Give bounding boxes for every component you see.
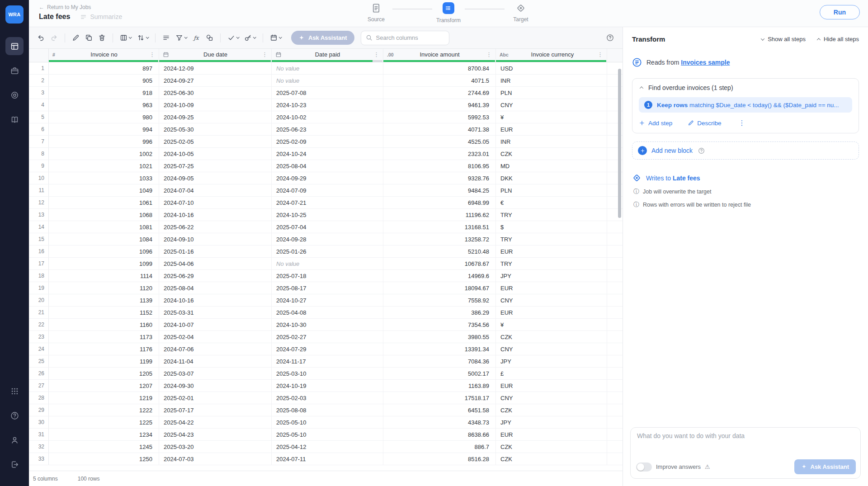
hide-all-steps-button[interactable]: Hide all steps xyxy=(817,36,859,42)
block-menu-button[interactable]: ⋮ xyxy=(737,119,747,127)
cell-invoice-no[interactable]: 1096 xyxy=(49,245,159,257)
cell-date-paid[interactable]: 2025-01-26 xyxy=(272,245,383,257)
cell-due-date[interactable]: 2024-10-09 xyxy=(159,99,272,111)
cell-invoice-no[interactable]: 1207 xyxy=(49,380,159,392)
cell-due-date[interactable]: 2024-10-07 xyxy=(159,319,272,330)
cell-date-paid[interactable]: 2024-10-19 xyxy=(272,380,383,392)
cell-due-date[interactable]: 2024-07-04 xyxy=(159,184,272,196)
check-button[interactable] xyxy=(225,31,242,45)
cell-invoice-no[interactable]: 1205 xyxy=(49,368,159,379)
cell-date-paid[interactable]: 2025-02-09 xyxy=(272,136,383,147)
show-all-steps-button[interactable]: Show all steps xyxy=(761,36,806,42)
block-collapse-header[interactable]: Find overdue invoices (1 step) xyxy=(639,84,852,91)
cell-invoice-no[interactable]: 1002 xyxy=(49,148,159,160)
column-menu-button[interactable]: ⋮ xyxy=(261,51,269,58)
return-to-jobs-link[interactable]: ← Return to My Jobs xyxy=(39,4,91,10)
cell-invoice-amount[interactable]: 13391.34 xyxy=(383,343,496,355)
app-logo[interactable]: WRA xyxy=(5,5,24,24)
cell-date-paid[interactable]: 2025-07-18 xyxy=(272,270,383,282)
cell-invoice-amount[interactable]: 17518.17 xyxy=(383,392,496,404)
cell-invoice-currency[interactable]: € xyxy=(496,197,607,208)
cell-invoice-no[interactable]: 1176 xyxy=(49,343,159,355)
cell-invoice-currency[interactable]: EUR xyxy=(496,282,607,294)
cell-invoice-amount[interactable]: 18094.67 xyxy=(383,282,496,294)
cell-invoice-amount[interactable]: 9484.25 xyxy=(383,184,496,196)
cell-invoice-amount[interactable]: 13258.72 xyxy=(383,233,496,245)
cell-date-paid[interactable]: 2025-04-12 xyxy=(272,441,383,453)
undo-button[interactable] xyxy=(34,31,47,45)
cell-invoice-no[interactable]: 1250 xyxy=(49,453,159,465)
step-1-row[interactable]: 1 Keep rows matching $Due_date < today()… xyxy=(639,97,852,113)
sidebar-item-target[interactable] xyxy=(5,86,24,104)
cell-due-date[interactable]: 2024-09-25 xyxy=(159,111,272,123)
pencil-button[interactable] xyxy=(69,31,82,45)
cell-due-date[interactable]: 2025-06-22 xyxy=(159,221,272,233)
cell-invoice-amount[interactable]: 7558.92 xyxy=(383,294,496,306)
cell-invoice-amount[interactable]: 6451.58 xyxy=(383,404,496,416)
cell-invoice-amount[interactable]: 2323.01 xyxy=(383,148,496,160)
improve-answers-toggle[interactable] xyxy=(636,462,652,472)
cell-invoice-currency[interactable]: CZK xyxy=(496,441,607,453)
cell-due-date[interactable]: 2024-10-16 xyxy=(159,294,272,306)
cell-invoice-currency[interactable]: DKK xyxy=(496,172,607,184)
sidebar-item-logout[interactable] xyxy=(5,455,24,473)
trash-button[interactable] xyxy=(95,31,108,45)
shapes-button[interactable] xyxy=(203,31,216,45)
cell-invoice-no[interactable]: 1139 xyxy=(49,294,159,306)
assistant-input[interactable] xyxy=(637,432,854,453)
cell-due-date[interactable]: 2025-07-25 xyxy=(159,160,272,172)
cell-invoice-currency[interactable]: $ xyxy=(496,221,607,233)
cell-invoice-amount[interactable]: 4348.73 xyxy=(383,416,496,428)
cell-invoice-amount[interactable]: 4071.5 xyxy=(383,75,496,86)
column-header-invoice-amount[interactable]: .00Invoice amount⋮ xyxy=(383,49,496,62)
cell-date-paid[interactable]: 2025-06-23 xyxy=(272,123,383,135)
cell-invoice-no[interactable]: 1033 xyxy=(49,172,159,184)
cell-invoice-amount[interactable]: 5992.53 xyxy=(383,111,496,123)
cell-invoice-no[interactable]: 1222 xyxy=(49,404,159,416)
cell-invoice-amount[interactable]: 13168.51 xyxy=(383,221,496,233)
cell-invoice-no[interactable]: 1084 xyxy=(49,233,159,245)
cell-date-paid[interactable]: 2024-07-11 xyxy=(272,453,383,465)
cell-due-date[interactable]: 2024-07-06 xyxy=(159,343,272,355)
cell-due-date[interactable]: 2025-02-04 xyxy=(159,331,272,343)
cell-date-paid[interactable]: 2024-10-24 xyxy=(272,148,383,160)
cell-due-date[interactable]: 2025-05-30 xyxy=(159,123,272,135)
cell-date-paid[interactable]: 2024-07-21 xyxy=(272,197,383,208)
cell-invoice-currency[interactable]: USD xyxy=(496,62,607,74)
column-header-invoice-currency[interactable]: AbcInvoice currency⋮ xyxy=(496,49,607,62)
summarize-button[interactable]: Summarize xyxy=(80,13,122,20)
cell-invoice-no[interactable]: 963 xyxy=(49,99,159,111)
sidebar-item-transform-table[interactable] xyxy=(5,37,24,55)
cell-invoice-no[interactable]: 1068 xyxy=(49,209,159,221)
cell-invoice-amount[interactable]: 1163.89 xyxy=(383,380,496,392)
ask-assistant-button[interactable]: Ask Assistant xyxy=(794,459,856,474)
cell-date-paid[interactable]: 2024-10-25 xyxy=(272,209,383,221)
cell-invoice-currency[interactable]: EUR xyxy=(496,429,607,440)
cell-invoice-no[interactable]: 980 xyxy=(49,111,159,123)
redo-button[interactable] xyxy=(47,31,61,45)
cell-invoice-amount[interactable]: 11196.62 xyxy=(383,209,496,221)
column-header-invoice-no[interactable]: #Invoice no⋮ xyxy=(49,49,159,62)
cell-due-date[interactable]: 2024-09-27 xyxy=(159,75,272,86)
cell-invoice-currency[interactable]: EUR xyxy=(496,307,607,318)
cell-invoice-amount[interactable]: 8516.28 xyxy=(383,453,496,465)
cell-invoice-amount[interactable]: 9461.39 xyxy=(383,99,496,111)
cell-due-date[interactable]: 2025-04-23 xyxy=(159,429,272,440)
cell-invoice-no[interactable]: 994 xyxy=(49,123,159,135)
cell-invoice-amount[interactable]: 2744.69 xyxy=(383,87,496,99)
cell-due-date[interactable]: 2025-03-31 xyxy=(159,307,272,318)
cell-invoice-no[interactable]: 1049 xyxy=(49,184,159,196)
calendar-button[interactable] xyxy=(267,31,284,45)
cell-date-paid[interactable]: 2025-07-08 xyxy=(272,87,383,99)
columns-button[interactable] xyxy=(117,31,134,45)
cell-due-date[interactable]: 2024-10-16 xyxy=(159,209,272,221)
cell-invoice-no[interactable]: 1081 xyxy=(49,221,159,233)
column-menu-button[interactable]: ⋮ xyxy=(373,51,380,58)
cell-invoice-no[interactable]: 1114 xyxy=(49,270,159,282)
cell-due-date[interactable]: 2025-03-07 xyxy=(159,368,272,379)
sidebar-item-jobs[interactable] xyxy=(5,61,24,80)
cell-invoice-currency[interactable]: CZK xyxy=(496,148,607,160)
cell-invoice-currency[interactable]: EUR xyxy=(496,245,607,257)
cell-invoice-no[interactable]: 1021 xyxy=(49,160,159,172)
cell-invoice-currency[interactable]: CNY xyxy=(496,392,607,404)
